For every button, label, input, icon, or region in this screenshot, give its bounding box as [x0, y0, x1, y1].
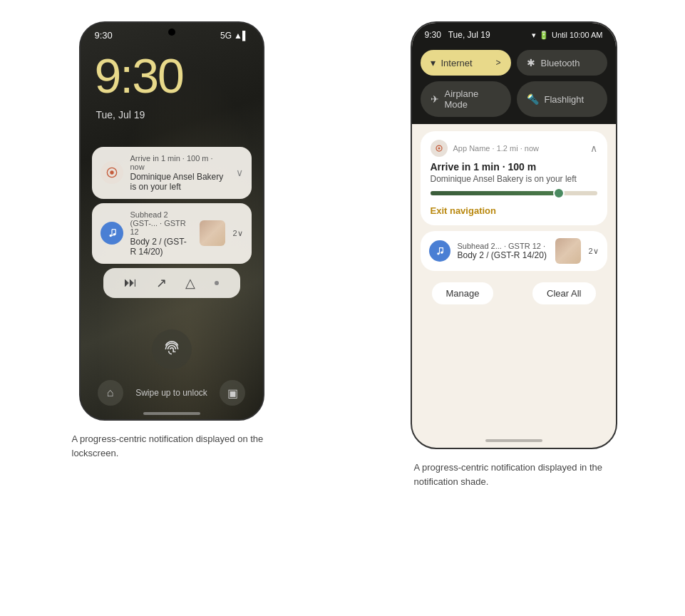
battery-icon: 🔋	[539, 31, 549, 40]
music-thumbnail	[200, 220, 225, 246]
lockscreen-notifications: Arrive in 1 min · 100 m · now Dominique …	[81, 138, 263, 307]
notification-shade-section: 9:30 Tue, Jul 19 ▾ 🔋 Until 10:00 AM ▾ In…	[357, 21, 671, 488]
music-notif-content: Subhead 2 (GST-... · GSTR 12 Body 2 / (G…	[130, 210, 193, 257]
notif-collapse-chevron[interactable]: ∧	[590, 143, 597, 154]
manage-button[interactable]: Manage	[432, 282, 494, 304]
quick-settings-tiles: ▾ Internet > ✱ Bluetooth ✈ Airplane Mode…	[412, 46, 616, 124]
bluetooth-tile-icon: ✱	[527, 57, 535, 68]
nav-notif-title: Arrive in 1 min · 100 m · now	[130, 154, 229, 171]
notif-expanded-body: Dominique Ansel Bakery is on your left	[431, 174, 597, 184]
lockscreen-clock: 9:30	[81, 43, 263, 106]
svg-point-1	[110, 171, 113, 175]
quick-actions-bar[interactable]: ⏭ ↗ △	[103, 268, 240, 298]
share-icon[interactable]: ↗	[156, 275, 167, 291]
notification-bottom-buttons: Manage Clear All	[421, 277, 607, 310]
home-indicator-2	[485, 439, 542, 442]
internet-tile[interactable]: ▾ Internet >	[421, 50, 511, 76]
music-expand-icon[interactable]: 2∨	[232, 229, 242, 238]
signal-indicator: 5G ▲▌	[220, 31, 248, 41]
phone1-lockscreen: 9:30 5G ▲▌ 9:30 Tue, Jul 19 🌤 76°F · 4 d…	[79, 21, 264, 421]
airplane-mode-tile[interactable]: ✈ Airplane Mode	[421, 81, 511, 117]
progress-bar-fill	[431, 191, 561, 195]
music-expand-shade[interactable]: 2∨	[588, 247, 598, 256]
bluetooth-tile[interactable]: ✱ Bluetooth	[517, 50, 607, 76]
flashlight-tile-icon: 🔦	[527, 93, 539, 105]
music-notif-body-shade: Body 2 / (GST-R 14/20)	[458, 250, 549, 260]
phone-icon[interactable]: ⌂	[98, 380, 123, 406]
notifications-list: App Name · 1.2 mi · now ∧ Arrive in 1 mi…	[412, 124, 616, 317]
navigation-progress-bar	[431, 191, 597, 195]
signal-bars-icon: ▲▌	[234, 31, 248, 41]
exit-navigation-button[interactable]: Exit navigation	[431, 205, 496, 216]
bottom-spacer	[412, 317, 616, 339]
notif-app-meta: App Name · 1.2 mi · now	[453, 144, 539, 153]
camera-dot	[168, 29, 175, 36]
airplane-tile-label: Airplane Mode	[445, 88, 501, 110]
music-app-icon	[101, 222, 123, 245]
music-notification[interactable]: Subhead 2 (GST-... · GSTR 12 Body 2 / (G…	[92, 203, 252, 264]
notif-collapse-icon[interactable]: ∨	[236, 167, 243, 178]
phone2-time: 9:30 Tue, Jul 19	[425, 30, 490, 40]
flashlight-tile[interactable]: 🔦 Flashlight	[517, 81, 607, 117]
music-thumbnail-shade	[555, 238, 581, 264]
main-container: 9:30 5G ▲▌ 9:30 Tue, Jul 19 🌤 76°F · 4 d…	[15, 21, 671, 488]
notif-expanded-title: Arrive in 1 min · 100 m	[431, 161, 597, 173]
music-notif-content-shade: Subhead 2... · GSTR 12 · Body 2 / (GST-R…	[458, 242, 549, 260]
music-notif-body: Body 2 / (GST-R 14/20)	[130, 237, 193, 257]
home-indicator	[143, 412, 200, 415]
wifi-icon: ▾	[532, 31, 536, 40]
home-icon[interactable]: △	[185, 275, 195, 291]
wifi-tile-icon: ▾	[431, 57, 436, 68]
phone2-status-bar: 9:30 Tue, Jul 19 ▾ 🔋 Until 10:00 AM	[412, 23, 616, 46]
phone2-battery: ▾ 🔋 Until 10:00 AM	[532, 31, 603, 40]
navigation-notification[interactable]: Arrive in 1 min · 100 m · now Dominique …	[92, 147, 252, 199]
nav-exp-icon	[431, 140, 448, 157]
progress-indicator-ball	[553, 188, 565, 199]
nav-app-icon	[101, 161, 123, 184]
lockscreen-date: Tue, Jul 19	[81, 106, 263, 124]
bluetooth-tile-label: Bluetooth	[541, 58, 580, 68]
music-notif-title-shade: Subhead 2... · GSTR 12 ·	[458, 242, 549, 250]
lockscreen-caption: A progress-centric notification displaye…	[72, 432, 272, 460]
camera-shortcut-icon[interactable]: ▣	[220, 380, 245, 406]
lockscreen-section: 9:30 5G ▲▌ 9:30 Tue, Jul 19 🌤 76°F · 4 d…	[15, 21, 329, 488]
fingerprint-button[interactable]	[152, 329, 192, 369]
clear-all-button[interactable]: Clear All	[532, 282, 595, 304]
signal-text: 5G	[220, 31, 232, 41]
nav-notif-body: Dominique Ansel Bakery is on your left	[130, 172, 229, 192]
date-text: Tue, Jul 19	[96, 109, 145, 120]
swipe-hint: Swipe up to unlock	[135, 388, 207, 398]
internet-tile-chevron: >	[495, 58, 500, 68]
notification-shade-caption: A progress-centric notification displaye…	[414, 461, 614, 488]
svg-line-4	[112, 235, 115, 236]
phone2-notification-shade: 9:30 Tue, Jul 19 ▾ 🔋 Until 10:00 AM ▾ In…	[411, 21, 617, 449]
music-notif-title: Subhead 2 (GST-... · GSTR 12	[130, 210, 193, 236]
dot-indicator	[215, 281, 219, 285]
svg-point-9	[438, 148, 440, 150]
music-notification-shade[interactable]: Subhead 2... · GSTR 12 · Body 2 / (GST-R…	[421, 231, 607, 271]
airplane-tile-icon: ✈	[431, 93, 439, 105]
notif-expanded-header: App Name · 1.2 mi · now ∧	[431, 140, 597, 157]
internet-tile-label: Internet	[441, 58, 473, 68]
status-time: 9:30	[95, 30, 113, 41]
flashlight-tile-label: Flashlight	[545, 94, 584, 105]
music-app-icon-shade	[429, 240, 450, 262]
expanded-nav-notification[interactable]: App Name · 1.2 mi · now ∧ Arrive in 1 mi…	[421, 131, 607, 225]
media-controls-icon[interactable]: ⏭	[124, 275, 137, 290]
notif-app-info: App Name · 1.2 mi · now	[431, 140, 539, 157]
nav-notif-content: Arrive in 1 min · 100 m · now Dominique …	[130, 154, 229, 192]
